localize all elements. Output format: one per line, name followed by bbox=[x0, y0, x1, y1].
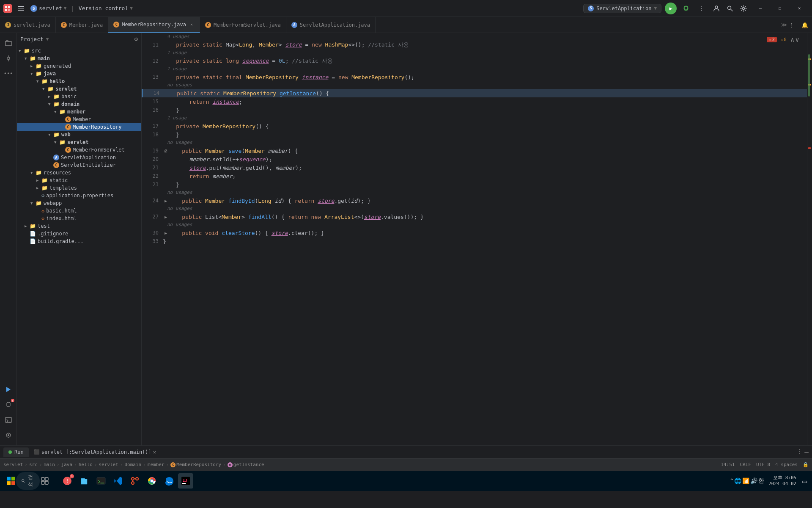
breadcrumb-memberrepository[interactable]: C MemberRepository bbox=[170, 462, 221, 467]
tree-item-servletinitializer[interactable]: ▶ C ServletInitializer bbox=[17, 161, 141, 169]
tab-servlet-java[interactable]: J servlet.java bbox=[0, 17, 56, 33]
line-col-indicator[interactable]: 14:51 bbox=[721, 462, 735, 467]
breadcrumb-main[interactable]: main bbox=[44, 462, 55, 467]
tree-item-test[interactable]: ▶ 📁 test bbox=[17, 222, 141, 230]
fold-arrow-24[interactable]: ▶ bbox=[163, 199, 169, 203]
network-tray-icon[interactable]: 🌐 bbox=[734, 478, 741, 484]
input-tray-icon[interactable]: 한 bbox=[758, 477, 764, 485]
breadcrumb-hello[interactable]: hello bbox=[79, 462, 93, 467]
scrollbar-thumb[interactable] bbox=[808, 54, 810, 97]
tree-item-servlet[interactable]: ▼ 📁 servlet bbox=[17, 85, 141, 93]
tree-item-hello[interactable]: ▼ 📁 hello bbox=[17, 77, 141, 85]
settings-button[interactable] bbox=[738, 3, 749, 14]
tree-item-servlet-web[interactable]: ▼ 📁 servlet bbox=[17, 138, 141, 146]
notification-app-icon[interactable]: ! 1 bbox=[60, 473, 75, 489]
tree-item-basic[interactable]: ▶ 📁 basic bbox=[17, 93, 141, 100]
tree-item-main[interactable]: ▼ 📁 main bbox=[17, 55, 141, 62]
tree-item-memberformservlet[interactable]: ▶ C MemberFormServlet bbox=[17, 146, 141, 154]
volume-tray-icon[interactable]: 🔊 bbox=[750, 478, 757, 484]
panel-gear-icon[interactable]: ⚙ bbox=[134, 36, 138, 42]
notification-button[interactable]: 🔔 bbox=[798, 17, 812, 33]
tree-item-generated[interactable]: ▶ 📁 generated bbox=[17, 62, 141, 70]
panel-minimize-btn[interactable]: — bbox=[804, 448, 809, 456]
breadcrumb-getinstance[interactable]: m getInstance bbox=[228, 462, 264, 467]
line-ending-indicator[interactable]: CRLF bbox=[740, 462, 751, 467]
commit-icon-btn[interactable] bbox=[2, 52, 15, 65]
indent-indicator[interactable]: 4 spaces bbox=[775, 462, 798, 467]
breadcrumb-member[interactable]: member bbox=[148, 462, 165, 467]
run-panel-tab[interactable]: Run bbox=[3, 447, 29, 457]
breadcrumb-java[interactable]: java bbox=[61, 462, 73, 467]
account-button[interactable] bbox=[710, 3, 722, 14]
close-run-tab[interactable]: ✕ bbox=[153, 449, 156, 455]
run-config-tab[interactable]: ⬛ servlet [:ServletApplication.main()] ✕ bbox=[30, 449, 159, 455]
annotation-icon[interactable]: @ bbox=[163, 148, 169, 154]
intellij-taskbar-btn[interactable]: IJ bbox=[178, 473, 193, 489]
terminal-icon-btn[interactable] bbox=[2, 413, 15, 427]
tree-item-webapp[interactable]: ▼ 📁 webapp bbox=[17, 199, 141, 207]
breadcrumb-src[interactable]: src bbox=[29, 462, 38, 467]
tab-overflow-button[interactable]: ≫ ⋮ bbox=[778, 17, 798, 33]
plugins-icon-btn[interactable] bbox=[2, 428, 15, 442]
tree-item-servletapplication[interactable]: ▶ A ServletApplication bbox=[17, 154, 141, 161]
panel-more-btn[interactable]: ⋮ bbox=[797, 448, 803, 456]
usage-hint: 1 usage bbox=[142, 65, 807, 73]
run-icon-btn[interactable] bbox=[2, 383, 15, 396]
run-config-selector[interactable]: S ServletApplication ▼ bbox=[583, 4, 661, 13]
encoding-indicator[interactable]: UTF-8 bbox=[756, 462, 770, 467]
more-actions-button[interactable]: ⋮ bbox=[695, 3, 707, 14]
breadcrumb-domain[interactable]: domain bbox=[124, 462, 141, 467]
fold-arrow-27[interactable]: ▶ bbox=[163, 215, 169, 219]
tab-member-java[interactable]: C Member.java bbox=[56, 17, 108, 33]
tray-expand-btn[interactable]: ^ bbox=[730, 478, 733, 484]
folder-icon-btn[interactable] bbox=[2, 36, 15, 50]
tree-item-member-folder[interactable]: ▼ 📁 member bbox=[17, 108, 141, 116]
edge-taskbar-btn[interactable] bbox=[161, 473, 176, 489]
tree-item-basic-html[interactable]: ▶ ◇ basic.html bbox=[17, 207, 141, 215]
hamburger-menu[interactable] bbox=[15, 3, 27, 14]
tree-item-memberrepository[interactable]: ▶ C MemberRepository bbox=[17, 123, 141, 131]
tree-item-index-html[interactable]: ▶ ◇ index.html bbox=[17, 215, 141, 222]
tab-memberrepository-java[interactable]: C MemberRepository.java ✕ bbox=[108, 17, 200, 33]
tree-item-src[interactable]: ▼ 📁 src bbox=[17, 47, 141, 55]
wifi-tray-icon[interactable]: 📶 bbox=[742, 478, 749, 484]
clock[interactable]: 오후 8:05 2024-04-02 bbox=[766, 475, 799, 487]
maximize-button[interactable]: ☐ bbox=[771, 3, 789, 14]
tree-item-java[interactable]: ▼ 📁 java bbox=[17, 70, 141, 77]
files-taskbar-btn[interactable] bbox=[77, 473, 92, 489]
breadcrumb-servlet[interactable]: servlet bbox=[3, 462, 23, 467]
tree-item-build-gradle[interactable]: ▶ 📄 build.gradle... bbox=[17, 237, 141, 245]
folder-icon: 📁 bbox=[30, 223, 36, 229]
search-taskbar-btn[interactable]: 검색 bbox=[20, 473, 36, 489]
tree-item-member-class[interactable]: ▶ C Member bbox=[17, 116, 141, 123]
bug-icon-btn[interactable]: ! bbox=[2, 398, 15, 411]
version-control-btn[interactable]: Version control ▼ bbox=[79, 5, 133, 11]
tab-close-button[interactable]: ✕ bbox=[189, 22, 195, 28]
show-desktop-btn[interactable]: ▭ bbox=[801, 477, 809, 486]
terminal-taskbar-btn[interactable] bbox=[93, 473, 109, 489]
tree-item-web[interactable]: ▼ 📁 web bbox=[17, 131, 141, 138]
search-button[interactable] bbox=[724, 3, 736, 14]
breadcrumb-servlet2[interactable]: servlet bbox=[99, 462, 118, 467]
vscode-taskbar-btn[interactable] bbox=[110, 473, 126, 489]
code-editor[interactable]: 4 usages 11 private static Map<Long, Mem… bbox=[142, 33, 812, 445]
tree-item-static[interactable]: ▶ 📁 static bbox=[17, 177, 141, 184]
chrome-taskbar-btn[interactable] bbox=[144, 473, 159, 489]
tree-item-gitignore[interactable]: ▶ 📄 .gitignore bbox=[17, 230, 141, 237]
debug-button[interactable] bbox=[680, 3, 692, 14]
git-taskbar-btn[interactable] bbox=[127, 473, 143, 489]
tree-item-app-properties[interactable]: ▶ ⚙ application.properties bbox=[17, 192, 141, 199]
minimize-button[interactable]: — bbox=[751, 3, 770, 14]
taskview-btn[interactable] bbox=[37, 473, 52, 489]
project-name[interactable]: S servlet ▼ bbox=[30, 5, 66, 12]
fold-arrow-30[interactable]: ▶ bbox=[163, 231, 169, 235]
tab-servletapplication-java[interactable]: A ServletApplication.java bbox=[286, 17, 376, 33]
more-icon-btn[interactable]: ••• bbox=[2, 67, 15, 80]
tab-memberformservlet-java[interactable]: C MemberFormServlet.java bbox=[200, 17, 286, 33]
tree-item-domain[interactable]: ▼ 📁 domain bbox=[17, 100, 141, 108]
tree-item-resources[interactable]: ▼ 📁 resources bbox=[17, 169, 141, 177]
scrollbar-track[interactable] bbox=[807, 33, 812, 445]
run-button[interactable]: ▶ bbox=[665, 3, 677, 14]
tree-item-templates[interactable]: ▶ 📁 templates bbox=[17, 184, 141, 192]
close-button[interactable]: ✕ bbox=[790, 3, 809, 14]
